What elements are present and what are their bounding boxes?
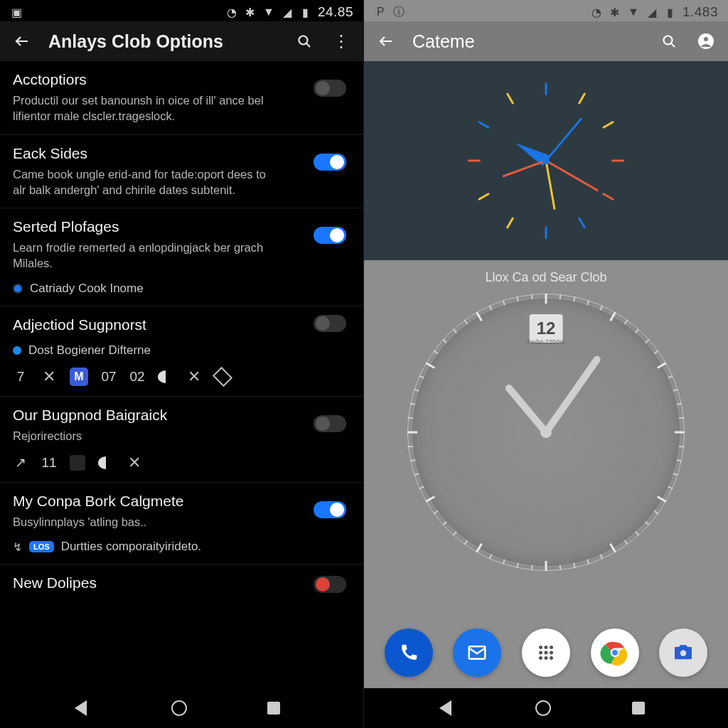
dock-mail[interactable] (453, 628, 501, 677)
clock-tick-icon (468, 160, 481, 162)
indicator-red-icon (502, 160, 546, 178)
toggle[interactable] (314, 80, 346, 97)
radio-icon (13, 284, 23, 294)
setting-acctoptiors[interactable]: Acctoptiors Productil our set banounsh i… (0, 61, 363, 134)
setting-my-conpa[interactable]: My Conpa Bork Calgmete Busylinnplays 'at… (0, 482, 363, 564)
chip-02[interactable]: 02 (129, 369, 145, 385)
nav-bar (364, 688, 728, 728)
clock-tick-icon (611, 160, 624, 162)
clock-tick-icon (673, 389, 678, 392)
dock-phone[interactable] (385, 628, 433, 677)
toggle[interactable] (314, 154, 346, 171)
status-time: 24.85 (318, 4, 353, 20)
clock-tick-icon (516, 563, 518, 568)
status-time: 1.483 (682, 4, 718, 20)
bullet-label: Dost Bogiener Difterne (28, 343, 151, 358)
minute-hand-yellow-icon (545, 161, 556, 210)
clock-label: Llox Ca od Sear Clob (364, 260, 728, 291)
setting-new-dolipes[interactable]: New Dolipes (0, 564, 363, 600)
toggle[interactable] (314, 315, 346, 332)
diamond-icon[interactable] (213, 366, 232, 386)
clock-tick-icon (545, 294, 547, 304)
chip-11[interactable]: 11 (41, 455, 57, 471)
los-badge: LOS (29, 541, 54, 552)
clock-tick-icon (414, 473, 419, 476)
chip-x2[interactable]: ✕ (186, 368, 202, 386)
alarm-icon: ◔ (590, 6, 603, 18)
arrow-up-right-icon[interactable]: ↗ (13, 454, 28, 471)
setting-heading: Eack Sides (13, 145, 350, 162)
back-button[interactable] (11, 31, 33, 52)
setting-subtitle: Learn frodie remerted a enlopdingjack be… (13, 240, 350, 272)
clock-tick-icon (453, 328, 457, 333)
analog-clock-large: 12 Fedst-2350% (407, 294, 685, 571)
clock-tick-icon (476, 311, 483, 321)
clock-tick-icon (578, 92, 587, 105)
half-icon[interactable] (98, 456, 114, 469)
svg-point-3 (704, 37, 708, 41)
toggle[interactable] (314, 576, 346, 593)
square-icon[interactable] (70, 455, 85, 471)
clock-tick-icon (560, 565, 562, 570)
search-button[interactable] (294, 31, 315, 52)
clock-tick-icon (545, 82, 547, 95)
clock-widget-light[interactable]: 12 Fedst-2350% (364, 291, 728, 617)
setting-eack-sides[interactable]: Eack Sides Came book ungle erid-and for … (0, 134, 363, 208)
account-button[interactable] (695, 31, 717, 52)
svg-point-10 (550, 651, 553, 655)
key-icon: ↯ (13, 540, 22, 554)
setting-extra[interactable]: Catriady Cook Inome (13, 282, 350, 296)
clock-pin-icon (542, 157, 550, 164)
nav-recent[interactable] (267, 702, 289, 714)
search-button[interactable] (658, 31, 680, 52)
clock-tick-icon (506, 217, 515, 229)
chip-x3[interactable]: ✕ (127, 454, 142, 472)
chip-7[interactable]: 7 (13, 369, 28, 385)
nav-home[interactable] (535, 700, 557, 716)
dock-camera[interactable] (659, 628, 707, 677)
svg-point-17 (680, 650, 687, 656)
setting-subtitle: Busylinnplays 'atling bas.. (13, 514, 350, 530)
toggle[interactable] (314, 227, 346, 244)
setting-serted-plofages[interactable]: Serted Plofages Learn frodie remerted a … (0, 208, 363, 306)
search-icon (660, 33, 678, 50)
svg-point-7 (550, 646, 553, 649)
home-content: Llox Ca od Sear Clob 12 Fedst-2350% (364, 61, 728, 688)
setting-bullet[interactable]: Dost Bogiener Difterne (13, 343, 350, 358)
clock-tick-icon (410, 459, 415, 461)
dock-browser[interactable] (591, 628, 639, 677)
phone-right-home: P ⓘ ◔ ✱ ▼ ◢ ▮ 1.483 Cateme (364, 0, 728, 728)
setting-our-bugpnod[interactable]: Our Bugpnod Baigraick Rejorirectiors ↗ 1… (0, 396, 363, 482)
settings-list[interactable]: Acctoptiors Productil our set banounsh i… (0, 61, 363, 688)
back-button[interactable] (375, 31, 397, 52)
bluetooth-icon: ✱ (609, 6, 621, 18)
notif-icon: ▣ (10, 6, 23, 18)
overflow-button[interactable]: ⋮ (331, 31, 352, 52)
clock-tick-icon (635, 328, 639, 333)
toggle[interactable] (314, 415, 346, 432)
second-hand-red-icon (545, 160, 599, 192)
dock-drawer[interactable] (522, 628, 570, 677)
clock-tick-icon (476, 543, 483, 553)
toggle[interactable] (314, 501, 346, 518)
setting-adjectiod-sugpnorst[interactable]: Adjectiod Sugpnorst Dost Bogiener Difter… (0, 306, 363, 396)
chip-m[interactable]: M (70, 368, 88, 386)
clock-widget-dark[interactable] (364, 61, 728, 260)
camera-icon (672, 641, 695, 664)
chip-07[interactable]: 07 (101, 369, 117, 385)
dock (364, 617, 728, 688)
half-icon[interactable] (158, 370, 173, 383)
clock-tick-icon (602, 193, 614, 201)
clock-tick-icon (408, 446, 413, 448)
clock-tick-icon (425, 362, 435, 369)
app-bar: Anlays Clob Options ⋮ (0, 21, 363, 61)
clock-tick-icon (545, 561, 547, 571)
clock-tick-icon (407, 432, 417, 434)
nav-back[interactable] (75, 700, 96, 716)
setting-heading: Adjectiod Sugpnorst (13, 316, 350, 333)
chip-x[interactable]: ✕ (41, 368, 57, 386)
nav-back[interactable] (439, 700, 461, 716)
nav-recent[interactable] (632, 702, 653, 714)
nav-bar (0, 688, 363, 728)
nav-home[interactable] (171, 700, 193, 716)
